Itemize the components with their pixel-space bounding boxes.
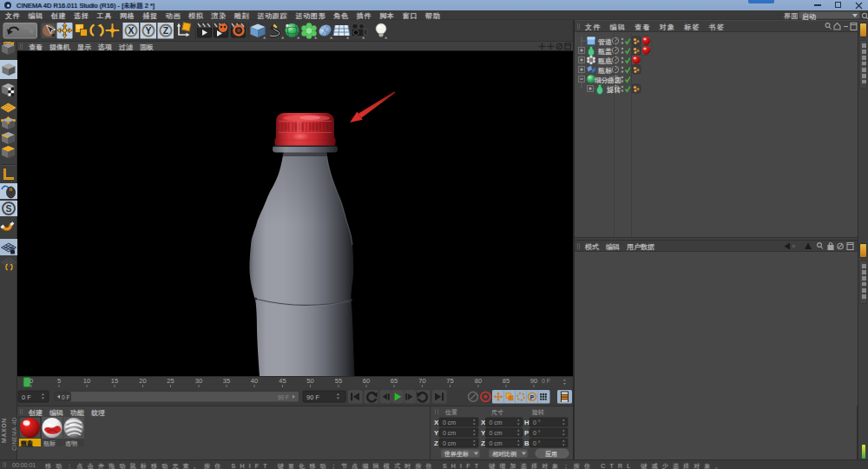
svg-text:40: 40 bbox=[251, 377, 258, 385]
svg-text:15: 15 bbox=[111, 377, 118, 385]
svg-text:0 cm: 0 cm bbox=[490, 430, 503, 436]
svg-text:H: H bbox=[524, 419, 529, 426]
svg-text:35: 35 bbox=[223, 377, 230, 385]
svg-text:0 °: 0 ° bbox=[533, 430, 541, 436]
svg-text:30: 30 bbox=[195, 377, 202, 385]
svg-text:0: 0 bbox=[30, 377, 33, 385]
svg-text:90 F: 90 F bbox=[306, 393, 319, 401]
svg-text:70: 70 bbox=[418, 377, 425, 385]
svg-text:90: 90 bbox=[530, 377, 537, 385]
svg-text:0 cm: 0 cm bbox=[443, 430, 456, 436]
svg-text:10: 10 bbox=[83, 377, 90, 385]
svg-text:Y: Y bbox=[434, 429, 439, 437]
svg-text:0 F: 0 F bbox=[542, 378, 550, 384]
svg-text:0 F: 0 F bbox=[62, 394, 69, 400]
svg-text:0 cm: 0 cm bbox=[443, 440, 456, 446]
svg-text:75: 75 bbox=[446, 377, 453, 385]
svg-text:X: X bbox=[128, 25, 134, 36]
svg-text:45: 45 bbox=[279, 377, 286, 385]
svg-text:B: B bbox=[524, 439, 529, 447]
svg-text:Z: Z bbox=[481, 439, 485, 447]
svg-text:Z: Z bbox=[434, 439, 438, 447]
svg-text:S: S bbox=[5, 203, 11, 214]
svg-text:0 °: 0 ° bbox=[533, 419, 541, 426]
svg-text:Y: Y bbox=[145, 25, 151, 36]
svg-text:25: 25 bbox=[167, 377, 174, 385]
svg-text:0 cm: 0 cm bbox=[443, 419, 456, 426]
svg-text:90 F: 90 F bbox=[278, 394, 289, 400]
svg-text:0 °: 0 ° bbox=[533, 440, 541, 446]
svg-text:20: 20 bbox=[139, 377, 146, 385]
svg-text:Y: Y bbox=[481, 429, 486, 437]
svg-text:80: 80 bbox=[475, 377, 482, 385]
svg-text:0 F: 0 F bbox=[22, 393, 31, 401]
svg-text:Z: Z bbox=[163, 25, 169, 36]
svg-text:X: X bbox=[481, 419, 486, 426]
svg-text:0 cm: 0 cm bbox=[490, 440, 503, 446]
svg-text:50: 50 bbox=[306, 377, 313, 385]
svg-text:0 cm: 0 cm bbox=[490, 419, 503, 426]
svg-text:65: 65 bbox=[391, 377, 398, 385]
svg-text:P: P bbox=[524, 429, 529, 437]
svg-text:5: 5 bbox=[57, 377, 61, 385]
svg-text:X: X bbox=[434, 419, 439, 426]
svg-text:55: 55 bbox=[335, 377, 342, 385]
svg-text:60: 60 bbox=[363, 377, 370, 385]
svg-text:85: 85 bbox=[503, 377, 510, 385]
svg-text:P: P bbox=[530, 394, 535, 400]
